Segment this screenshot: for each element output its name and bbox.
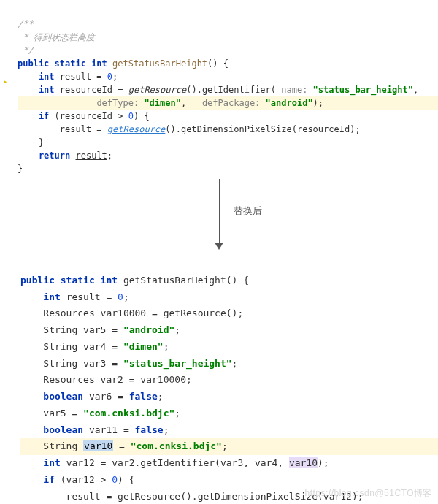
arrow-head-icon [215, 243, 223, 250]
code-line: int result = 0; [18, 72, 118, 82]
code-line: result = getResource().getDimensionPixel… [18, 124, 361, 134]
code-line: int var12 = var2.getIdentifier(var3, var… [20, 457, 329, 468]
highlighted-line: String var10 = "com.cnksi.bdjc"; [20, 438, 438, 455]
code-line: var5 = "com.cnksi.bdjc"; [20, 408, 180, 419]
comment-line: * 得到状态栏高度 [18, 32, 95, 42]
arrow-shaft [219, 179, 220, 245]
code-line: } [18, 137, 44, 148]
code-line: if (var12 > 0) { [20, 474, 135, 485]
code-line: int resourceId = getResource().getIdenti… [18, 85, 418, 95]
code-line: Resources var2 = var10000; [20, 374, 192, 385]
code-line: Resources var10000 = getResource(); [20, 308, 243, 318]
code-line: return result; [18, 150, 112, 161]
arrow-diagram: 替换后 [0, 175, 438, 256]
code-block-after: public static int getStatusBarHeight() {… [0, 256, 438, 504]
comment-line: /** [18, 19, 34, 29]
gutter-warning-icon: ▸ [3, 76, 8, 88]
highlighted-line: defType: "dimen", defPackage: "android")… [18, 96, 438, 110]
code-line: int result = 0; [20, 291, 129, 302]
code-line: boolean var6 = false; [20, 391, 164, 402]
code-line: } [18, 164, 23, 174]
code-line: result = getResource().getDimensionPixel… [20, 491, 364, 502]
arrow-label: 替换后 [234, 205, 262, 218]
code-line: public static int getStatusBarHeight() { [20, 275, 249, 286]
code-block-before: ▸/** * 得到状态栏高度 */ public static int getS… [0, 0, 438, 175]
code-line: String var3 = "status_bar_height"; [20, 358, 237, 369]
code-line: if (resourceId > 0) { [18, 111, 150, 121]
match-token: var10 [289, 457, 318, 468]
code-line: String var5 = "android"; [20, 324, 180, 335]
code-line: String var4 = "dimen"; [20, 341, 169, 352]
comment-line: */ [18, 45, 34, 56]
code-line: public static int getStatusBarHeight() { [18, 58, 228, 69]
selected-token: var10 [83, 440, 113, 451]
code-line: boolean var11 = false; [20, 424, 169, 435]
